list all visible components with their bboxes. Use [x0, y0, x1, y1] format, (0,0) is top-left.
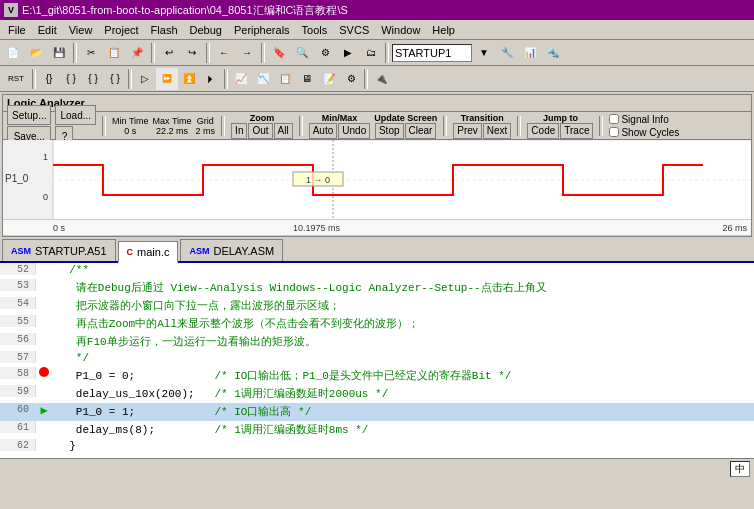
copy-btn[interactable]: 📋	[103, 42, 125, 64]
tab-delay[interactable]: ASM DELAY.ASM	[180, 239, 283, 261]
bookmark-btn[interactable]: 🔖	[268, 42, 290, 64]
title-icon: V	[4, 3, 18, 17]
tb2-extra1[interactable]: 🔌	[370, 68, 392, 90]
tb2-btn5[interactable]: 📝	[318, 68, 340, 90]
menu-flash[interactable]: Flash	[145, 22, 184, 38]
find-btn[interactable]: 🔍	[291, 42, 313, 64]
save-btn[interactable]: 💾	[48, 42, 70, 64]
undo-btn2[interactable]: Undo	[338, 123, 370, 139]
line-num-54: 54	[0, 297, 36, 309]
la-load-btn[interactable]: Load...	[55, 105, 96, 125]
tb-btn7[interactable]: 🗂	[360, 42, 382, 64]
menu-svcs[interactable]: SVCS	[333, 22, 375, 38]
minmax-label: Min/Max	[322, 113, 358, 123]
tb2-btn4[interactable]: 🖥	[296, 68, 318, 90]
menu-project[interactable]: Project	[98, 22, 144, 38]
menu-help[interactable]: Help	[426, 22, 461, 38]
new-btn[interactable]: 📄	[2, 42, 24, 64]
code-area[interactable]: 52 /** 53 请在Debug后通过 View--Analysis Wind…	[0, 263, 754, 458]
toolbar2: RST {} { } { } { } ▷ ⏩ ⏫ ⏵ 📈 📉 📋 🖥 📝 ⚙ 🔌	[0, 66, 754, 92]
step-into[interactable]: ▷	[134, 68, 156, 90]
code-line-52: 52 /**	[0, 263, 754, 279]
menu-window[interactable]: Window	[375, 22, 426, 38]
step-out[interactable]: ⏫	[178, 68, 200, 90]
gutter-58[interactable]	[36, 367, 52, 377]
open-btn[interactable]: 📂	[25, 42, 47, 64]
code-content-53: 请在Debug后通过 View--Analysis Windows--Logic…	[52, 279, 754, 296]
tb-extra3[interactable]: 🔩	[542, 42, 564, 64]
dropdown-btn[interactable]: ▼	[473, 42, 495, 64]
line-num-57: 57	[0, 351, 36, 363]
signal-info-checkbox[interactable]: Signal Info	[609, 114, 679, 125]
tab-delay-icon: ASM	[189, 246, 209, 256]
code-content-52: /**	[52, 263, 754, 277]
sep4	[261, 43, 265, 63]
code-content-55: 再点击Zoom中的All来显示整个波形（不点击会看不到变化的波形）；	[52, 315, 754, 332]
line-num-61: 61	[0, 421, 36, 433]
waveform-svg: 1 0 P1_0 1 → 0	[3, 140, 751, 220]
tb-btn5[interactable]: ⚙	[314, 42, 336, 64]
code-btn[interactable]: Code	[527, 123, 559, 139]
zoom-out-btn[interactable]: Out	[248, 123, 272, 139]
code-content-60: P1_0 = 1; /* IO口输出高 */	[52, 403, 754, 420]
menu-edit[interactable]: Edit	[32, 22, 63, 38]
tb2-btn1[interactable]: 📈	[230, 68, 252, 90]
menu-peripherals[interactable]: Peripherals	[228, 22, 296, 38]
code-line-54: 54 把示波器的小窗口向下拉一点，露出波形的显示区域；	[0, 297, 754, 315]
step-over[interactable]: ⏩	[156, 68, 178, 90]
menu-tools[interactable]: Tools	[296, 22, 334, 38]
transition-label: Transition	[461, 113, 504, 123]
menu-view[interactable]: View	[63, 22, 99, 38]
title-bar: V E:\1_git\8051-from-boot-to-application…	[0, 0, 754, 20]
code-line-62: 62 }	[0, 439, 754, 455]
paste-btn[interactable]: 📌	[126, 42, 148, 64]
tb2-btn2[interactable]: 📉	[252, 68, 274, 90]
zoom-in-btn[interactable]: In	[231, 123, 247, 139]
zoom-all-btn[interactable]: All	[274, 123, 293, 139]
code-line-56: 56 再F10单步运行，一边运行一边看输出的矩形波。	[0, 333, 754, 351]
tb2-btn6[interactable]: ⚙	[340, 68, 362, 90]
brace-btn1[interactable]: {}	[38, 68, 60, 90]
status-bar: 中	[0, 458, 754, 478]
tab-startup-icon: ASM	[11, 246, 31, 256]
tb2-btn3[interactable]: 📋	[274, 68, 296, 90]
redo-btn[interactable]: ↪	[181, 42, 203, 64]
auto-btn[interactable]: Auto	[309, 123, 338, 139]
prev-btn[interactable]: Prev	[453, 123, 482, 139]
menu-file[interactable]: File	[2, 22, 32, 38]
time-bar: 0 s 10.1975 ms 26 ms	[3, 220, 751, 236]
rst-btn[interactable]: RST	[2, 68, 30, 90]
brace-btn4[interactable]: { }	[104, 68, 126, 90]
startup-input[interactable]: STARTUP1	[392, 44, 472, 62]
tb-extra2[interactable]: 📊	[519, 42, 541, 64]
window-title: E:\1_git\8051-from-boot-to-application\0…	[22, 3, 348, 18]
trace-btn[interactable]: Trace	[560, 123, 593, 139]
back-btn[interactable]: ←	[213, 42, 235, 64]
tb-btn6[interactable]: ▶	[337, 42, 359, 64]
run-to[interactable]: ⏵	[200, 68, 222, 90]
cut-btn[interactable]: ✂	[80, 42, 102, 64]
svg-text:P1_0: P1_0	[5, 173, 29, 184]
breakpoint-58[interactable]	[39, 367, 49, 377]
fwd-btn[interactable]: →	[236, 42, 258, 64]
tab-startup[interactable]: ASM STARTUP.A51	[2, 239, 116, 261]
brace-btn2[interactable]: { }	[60, 68, 82, 90]
show-cycles-checkbox[interactable]: Show Cycles	[609, 127, 679, 138]
stop-btn[interactable]: Stop	[375, 123, 404, 139]
tb-extra1[interactable]: 🔧	[496, 42, 518, 64]
zoom-label: Zoom	[250, 113, 275, 123]
undo-btn[interactable]: ↩	[158, 42, 180, 64]
clear-btn[interactable]: Clear	[405, 123, 437, 139]
code-content-62: }	[52, 439, 754, 453]
svg-text:0: 0	[43, 192, 48, 202]
tab-main[interactable]: C main.c	[118, 241, 179, 263]
svg-text:1: 1	[43, 152, 48, 162]
menu-debug[interactable]: Debug	[184, 22, 228, 38]
code-content-58: P1_0 = 0; /* IO口输出低；P1_0是头文件中已经定义的寄存器Bit…	[52, 367, 754, 384]
brace-btn3[interactable]: { }	[82, 68, 104, 90]
next-btn[interactable]: Next	[483, 123, 512, 139]
gutter-60: ▶	[36, 403, 52, 418]
la-sep3	[299, 116, 303, 136]
la-setup-btn[interactable]: Setup...	[7, 105, 51, 125]
code-line-59: 59 delay_us_10x(200); /* 1调用汇编函数延时2000us…	[0, 385, 754, 403]
